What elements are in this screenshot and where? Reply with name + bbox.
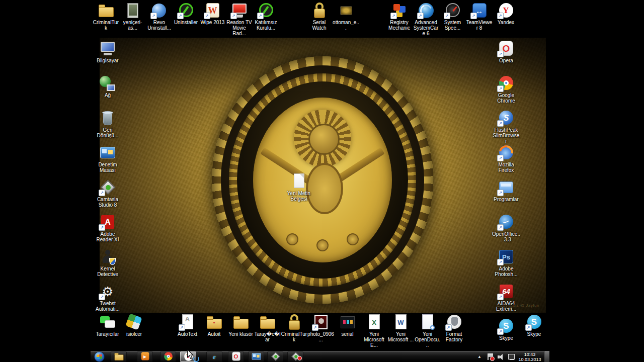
desktop-icon-mozilla-firefox[interactable]: ↗Mozilla Firefox — [492, 144, 520, 179]
shortcut-arrow-badge: ↗ — [497, 155, 504, 161]
taskbar-button-internet-explorer[interactable]: e — [206, 351, 222, 362]
empty-space — [147, 314, 174, 348]
firefox-icon: ↗ — [497, 144, 515, 161]
shortcut-arrow-badge: ↗ — [417, 13, 424, 19]
ottoman-img-icon — [337, 2, 355, 19]
desktop-icon-autotext[interactable]: A↗AutoText — [174, 314, 201, 348]
desktop-icon-yandex[interactable]: Y↗Yandex — [493, 2, 519, 36]
taskbar-button-display-settings[interactable] — [248, 351, 264, 362]
desktop-icon-openoffice-3-3[interactable]: ↗OpenOffice... 3.3 — [492, 214, 520, 248]
volume-icon[interactable] — [497, 353, 504, 360]
desktop-icon-taray-c-lar[interactable]: Taray�c�lar — [254, 314, 281, 348]
desktop-icon-yeni-opendocu[interactable]: Yeni OpenDocu... — [414, 314, 441, 348]
taskbar-button-media-player[interactable]: ▶ — [137, 351, 153, 362]
tools-icon: ↗ — [390, 2, 409, 19]
desktop-icon-revo-uninstall[interactable]: ↗Revo Uninstall... — [146, 2, 173, 36]
taskbar-button-camtasia-recorder[interactable] — [287, 351, 303, 362]
taskbar-button-google-chrome[interactable] — [160, 351, 176, 362]
desktop-icon-criminalturk[interactable]: CriminalTurk — [93, 2, 119, 36]
taskbar-button-windows-explorer[interactable] — [111, 351, 127, 362]
desktop-icon-label: Kernel Detective — [94, 266, 122, 277]
desktop-icon-twebst-automati[interactable]: ⚙↗Twebst Automati... — [94, 283, 122, 318]
desktop-icon-camtasia-studio-8[interactable]: ↗Camtasia Studio 8 — [94, 179, 122, 214]
openoffice-icon: ↗ — [497, 214, 515, 231]
desktop-icon-yeni-microsoft-e[interactable]: XYeni Microsoft E... — [361, 314, 387, 348]
desktop-icon-label: Uninstaller — [174, 20, 198, 25]
desktop-icon-serial[interactable]: serial — [334, 314, 361, 348]
desktop-icon-yeni-eri-as[interactable]: yeniçeri-as... — [119, 2, 146, 36]
desktop-icon-wipe-2013[interactable]: W↗Wipe 2013 — [199, 2, 226, 36]
desktop-icon-kernel-detective[interactable]: Kernel Detective — [94, 248, 122, 283]
desktop-icon-denetim-masas[interactable]: Denetim Masası — [94, 144, 122, 179]
desktop-icon-label: Yeni Metin Belgesi — [280, 191, 317, 202]
desktop-icon-label: Yeni OpenDocu... — [414, 331, 441, 348]
desktop-icon-taray-c-lar[interactable]: Tarayıcılar — [94, 314, 121, 348]
show-desktop-button[interactable] — [544, 351, 549, 362]
action-center-icon[interactable] — [487, 353, 494, 360]
skype-icon: S↗ — [497, 318, 515, 335]
desktop-icon-serial-watch[interactable]: Serial Watch — [306, 2, 333, 36]
alert-dot — [490, 356, 495, 361]
compass-icon — [125, 314, 143, 331]
ie-icon: e — [209, 351, 219, 361]
taskbar-button-opera[interactable]: O — [228, 351, 244, 362]
desktop-icon-kat-l-ms-z-kurulu[interactable]: ↗Katılımsız Kurulu... — [253, 2, 279, 36]
emblem-sun-core — [308, 124, 340, 155]
desktop-icon-yeni-microsoft[interactable]: WYeni Microsoft ... — [387, 314, 414, 348]
desktop-icon-uninstaller[interactable]: ↗Uninstaller — [173, 2, 199, 36]
desktop-icon-flashpeak-slimbrowser[interactable]: S↗FlashPeak SlimBrowser — [492, 110, 520, 144]
desktop-icon-autoit[interactable]: ▪Autoit — [201, 314, 227, 348]
desktop-icon-teamviewer-8[interactable]: ↔↗TeamViewer 8 — [466, 2, 493, 36]
desktop-icon-google-chrome[interactable]: ↗Google Chrome — [492, 75, 520, 110]
desktop-icon-label: Opera — [499, 58, 513, 63]
shortcut-arrow-badge: ↗ — [150, 13, 157, 19]
lock-gold-icon — [310, 2, 329, 19]
desktop-icon-geri-d-n[interactable]: Geri Dönüşü... — [94, 110, 122, 144]
desktop-icon-ottoman-e[interactable]: ottoman_e... — [333, 2, 359, 36]
shortcut-arrow-badge: ↗ — [497, 224, 504, 231]
desktop-icon-label: yeniçeri-as... — [119, 20, 146, 31]
desktop-icon-criminalturk[interactable]: CriminalTurk — [281, 314, 307, 348]
media-icon: ▶ — [140, 351, 150, 361]
desktop-icon-programlar[interactable]: ↗Programlar — [492, 179, 520, 214]
desktop-icon-registry-mechanic[interactable]: ↗Registry Mechanic — [386, 2, 413, 36]
desktop-icon-a[interactable]: Ağ — [94, 75, 122, 110]
taskbar-button-camtasia-studio[interactable] — [267, 351, 283, 362]
desktop-icon-label: FlashPeak SlimBrowser — [492, 127, 520, 144]
desktop-icon-adobe-photosh[interactable]: Ps↗Adobe Photosh... — [492, 248, 520, 283]
network-icon[interactable] — [508, 353, 515, 360]
control-panel-icon — [251, 351, 261, 361]
desktop-icon-label: Denetim Masası — [94, 162, 122, 173]
desktop-icon-photo-0906[interactable]: ↗photo_0906... — [307, 314, 334, 348]
green-ring-icon: ↗ — [257, 2, 275, 19]
desktop-icon-opera[interactable]: O↗Opera — [492, 40, 520, 75]
lock-gold-icon — [285, 314, 303, 331]
desktop-icon-aida64-extrem[interactable]: 64↗AIDA64 Extrem... — [492, 283, 520, 318]
desktop-icon-label: AIDA64 Extrem... — [492, 301, 520, 312]
desktop-icon-label: Google Chrome — [492, 93, 520, 104]
desktop-icon-yeni-klas-r[interactable]: Yeni klasör — [227, 314, 254, 348]
folder-blue-icon: ↗ — [497, 179, 515, 196]
start-button[interactable] — [94, 351, 105, 362]
desktop-icon-advanced-systemcare-6[interactable]: ↗Advanced SystemCare 6 — [413, 2, 439, 36]
computer-icon — [99, 40, 117, 57]
desktop-icon-readon-tv-movie-rad[interactable]: ↗Readon TV Movie Rad... — [226, 2, 253, 36]
shortcut-arrow-badge: ↗ — [230, 13, 237, 19]
show-hidden-icons-icon[interactable]: ▲ — [476, 353, 483, 360]
desktop-icon-yeni-metin-belgesi[interactable]: Yeni Metin Belgesi — [280, 173, 317, 202]
desktop-icons-bottom-row: TarayıcılarisiolcerA↗AutoText▪AutoitYeni… — [94, 314, 547, 348]
desktop-icon-label: CriminalTurk — [93, 20, 119, 31]
shortcut-arrow-badge: ↗ — [445, 324, 452, 331]
desktop-icon-skype[interactable]: S↗Skype — [521, 314, 547, 348]
taskbar-clock[interactable]: 10:43 10.03.2013 — [518, 352, 541, 362]
opera-icon: O↗ — [497, 40, 515, 57]
desktop-icon-adobe-reader-xi[interactable]: A↗Adobe Reader XI — [94, 214, 122, 248]
desktop-icon-label: Bilgisayar — [97, 58, 118, 63]
desktop-icon-isiolcer[interactable]: isiolcer — [121, 314, 147, 348]
desktop-icon-bilgisayar[interactable]: Bilgisayar — [94, 40, 122, 75]
desktop-icon-label: Yeni klasör — [228, 331, 253, 337]
desktop-icon-system-spee[interactable]: ↗System Spee... — [439, 2, 466, 36]
desktop-icon-format-factory[interactable]: ↗Format Factory — [441, 314, 467, 348]
yandex-icon: Y↗ — [497, 2, 515, 19]
desktop-icons-left-column: BilgisayarAğGeri Dönüşü...Denetim Masası… — [94, 40, 122, 318]
